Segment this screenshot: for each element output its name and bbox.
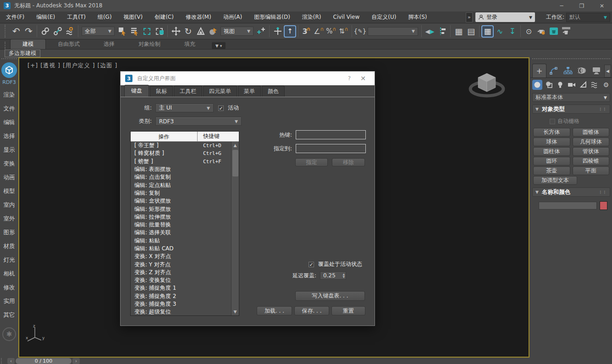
select-by-name-icon[interactable] (128, 25, 141, 38)
menu-item-编辑(E)[interactable]: 编辑(E) (30, 11, 61, 23)
table-row[interactable]: 编辑: 复制 (131, 189, 239, 197)
table-row[interactable]: 变换: 变换复位 (131, 276, 239, 284)
layer-explorer-icon[interactable]: ▤ (465, 25, 477, 38)
save-button[interactable]: 保存. . . (294, 306, 329, 315)
spinner-arrows-icon[interactable]: ▲▼ (342, 272, 345, 279)
object-name-input[interactable] (539, 202, 597, 210)
viewcube[interactable] (467, 70, 507, 103)
sidebar-item-修改[interactable]: 修改 (0, 281, 18, 294)
sidebar-item-显示[interactable]: 显示 (0, 143, 18, 157)
tab-create[interactable]: ＋ (532, 64, 546, 77)
rendered-frame-icon[interactable] (547, 25, 560, 38)
subtab-geometry[interactable] (532, 80, 542, 90)
dialog-tab-工具栏[interactable]: 工具栏 (174, 86, 202, 97)
undo-icon[interactable]: ↶ (10, 25, 22, 38)
primitive-button-管状体[interactable]: 管状体 (573, 147, 610, 156)
material-editor-icon[interactable]: ⊙ (523, 25, 535, 38)
table-scrollbar[interactable]: ▲ ▼ (231, 142, 239, 315)
subtab-helpers[interactable] (578, 80, 588, 90)
subtab-cameras[interactable] (567, 80, 577, 90)
unlink-icon[interactable] (51, 25, 64, 38)
table-row[interactable]: 编辑: 粘贴 (131, 237, 239, 245)
link-icon[interactable] (39, 25, 51, 38)
prev-frame-button[interactable]: ‹ (7, 358, 15, 364)
sidebar-item-相机[interactable]: 相机 (0, 267, 18, 281)
hotkey-input[interactable] (296, 130, 366, 139)
menu-item-组(G)[interactable]: 组(G) (92, 11, 118, 23)
assigned-to-input[interactable] (296, 144, 366, 153)
render-setup-icon[interactable] (535, 25, 547, 38)
subtab-shapes[interactable] (544, 80, 554, 90)
tab-hierarchy[interactable] (561, 64, 575, 77)
table-row[interactable]: 变换: 超级复位 (131, 308, 239, 315)
render-icon[interactable] (560, 25, 572, 38)
override-active-checkbox[interactable]: ✓ (309, 262, 314, 267)
sidebar-item-其它[interactable]: 其它 (0, 308, 18, 322)
dialog-tab-菜单[interactable]: 菜单 (238, 86, 261, 97)
subtab-systems[interactable]: ⚙ (601, 80, 611, 90)
window-crossing-icon[interactable] (153, 25, 165, 38)
sidebar-item-动画[interactable]: 动画 (0, 171, 18, 184)
active-checkbox[interactable]: ✓ (218, 105, 224, 111)
tab-modify[interactable] (546, 64, 561, 77)
align-icon[interactable] (436, 25, 448, 38)
sidebar-settings-gear-icon[interactable]: ✱ (2, 327, 16, 341)
sidebar-item-室内[interactable]: 室内 (0, 198, 18, 212)
assign-button[interactable]: 指定 (295, 158, 328, 166)
primitive-button-text-plus[interactable]: 加强型文本 (533, 176, 577, 185)
coord-system-dropdown[interactable]: 视图 ▼ (221, 27, 254, 36)
curve-editor-icon[interactable]: ∿ (494, 25, 506, 38)
tab-display[interactable] (589, 64, 603, 77)
next-frame-button[interactable]: › (72, 358, 80, 364)
category-dropdown[interactable]: RDF3 ▼ (155, 117, 242, 126)
viewport-label[interactable]: [+] [透视 ] [用户定义 ] [边面 ] (28, 62, 117, 70)
angle-snap-icon[interactable]: ∠∩ (313, 25, 325, 38)
ribbon-minimize-button[interactable]: ▼ ▾ (212, 42, 226, 49)
dialog-tab-颜色[interactable]: 颜色 (262, 86, 285, 97)
selection-filter-dropdown[interactable]: 全部 ▼ (82, 27, 115, 36)
close-button[interactable]: ✕ (592, 3, 612, 9)
manipulate-icon[interactable] (271, 25, 284, 38)
sidebar-item-文件[interactable]: 文件 (0, 102, 18, 116)
dialog-help-button[interactable]: ? (342, 75, 356, 82)
ribbon-tab-对象绘制[interactable]: 对象绘制 (127, 39, 172, 49)
primitive-button-长方体[interactable]: 长方体 (533, 128, 570, 137)
snap-3d-icon[interactable]: 3∩ (300, 25, 313, 38)
sidebar-item-图形[interactable]: 图形 (0, 226, 18, 239)
rdf3-cube-icon[interactable] (1, 62, 17, 78)
dialog-tab-四元菜单[interactable]: 四元菜单 (203, 86, 237, 97)
object-color-swatch[interactable] (600, 201, 607, 210)
toolbar-grip[interactable] (5, 25, 7, 38)
primitive-button-圆柱体[interactable]: 圆柱体 (533, 147, 570, 156)
table-row[interactable]: 变换: 捕捉角度 1 (131, 284, 239, 292)
primitive-button-四棱锥[interactable]: 四棱锥 (573, 157, 610, 165)
autogrid-checkbox[interactable] (550, 119, 555, 124)
named-sets-dropdown[interactable]: ▼ (368, 27, 418, 36)
time-slider[interactable]: 0 / 100 (16, 358, 72, 364)
ribbon-toggle-icon[interactable]: ▦ (481, 25, 494, 38)
load-button[interactable]: 加载. . . (257, 306, 292, 315)
table-row[interactable]: 变换: Z 对齐点 (131, 269, 239, 276)
ribbon-tab-填充[interactable]: 填充 (172, 39, 207, 49)
login-dropdown[interactable]: 登录 ▼ (475, 12, 535, 22)
subtab-lights[interactable] (555, 80, 565, 90)
table-row[interactable]: 编辑: 盒状摆放 (131, 197, 239, 205)
menu-item-工具(T)[interactable]: 工具(T) (61, 11, 92, 23)
percent-snap-icon[interactable]: %∩ (325, 25, 337, 38)
object-type-rollout-header[interactable]: ▼ 对象类型 ⋮⋮ (532, 105, 610, 114)
primitive-button-平面[interactable]: 平面 (573, 166, 610, 175)
sidebar-item-选择[interactable]: 选择 (0, 129, 18, 143)
primitive-button-几何球体[interactable]: 几何球体 (573, 138, 610, 146)
scroll-down-icon[interactable]: ▼ (234, 308, 237, 315)
dialog-close-button[interactable]: ✕ (356, 75, 370, 82)
menu-item-图形编辑器(D)[interactable]: 图形编辑器(D) (248, 11, 296, 23)
menu-item-文件(F)[interactable]: 文件(F) (0, 11, 30, 23)
table-row[interactable]: 变换: Y 对齐点 (131, 260, 239, 268)
shortcut-table[interactable]: 操作 快捷键 [ 帝王蟹 ]Ctrl+D[ 蜂窝材质 ]Ctrl+G[ 螃蟹 ]… (130, 131, 239, 316)
sidebar-item-灯光[interactable]: 灯光 (0, 253, 18, 267)
dialog-tab-鼠标[interactable]: 鼠标 (150, 86, 173, 97)
maximize-button[interactable]: ❐ (572, 3, 592, 9)
menu-item-视图(V)[interactable]: 视图(V) (118, 11, 149, 23)
bind-spacewarp-icon[interactable] (64, 25, 76, 38)
menu-item-Civil View[interactable]: Civil View (327, 11, 366, 23)
